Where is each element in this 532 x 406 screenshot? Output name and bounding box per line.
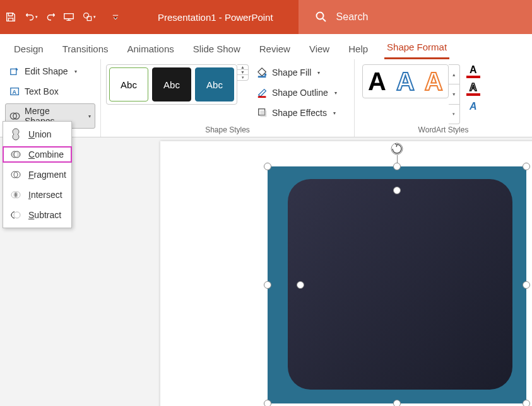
search-icon — [315, 11, 328, 23]
tab-design[interactable]: Design — [11, 37, 46, 59]
resize-handle-sw[interactable] — [264, 400, 271, 406]
redo-button[interactable] — [44, 10, 58, 24]
fragment-icon — [9, 168, 22, 181]
quick-access-toolbar: ▾ ▾ — [0, 10, 126, 24]
scroll-up-icon[interactable]: ▲ — [237, 65, 248, 70]
tab-transitions[interactable]: Transitions — [60, 37, 111, 59]
shape-outline-button[interactable]: Shape Outline ▾ — [252, 84, 341, 101]
tab-view[interactable]: View — [307, 37, 332, 59]
wordart-preset-2[interactable]: A — [396, 69, 415, 94]
undo-button[interactable]: ▾ — [21, 10, 40, 24]
resize-handle-ne[interactable] — [523, 163, 530, 170]
scroll-down-icon[interactable]: ▼ — [237, 70, 248, 75]
group-wordart-styles: A A A ▲ ▼ ▾ A A A WordArt Styles — [355, 59, 532, 137]
expand-gallery-icon[interactable]: ▾ — [449, 105, 459, 124]
inner-resize-handle-w[interactable] — [297, 281, 304, 289]
menu-label: Subtract — [28, 210, 61, 220]
resize-handle-se[interactable] — [523, 400, 530, 406]
menu-item-union[interactable]: Union — [3, 124, 71, 144]
resize-handle-s[interactable] — [393, 400, 401, 406]
tab-animations[interactable]: Animations — [125, 37, 177, 59]
chevron-down-icon: ▾ — [333, 110, 336, 116]
scroll-up-icon[interactable]: ▲ — [449, 65, 459, 84]
union-icon — [9, 128, 22, 141]
resize-handle-e[interactable] — [523, 281, 530, 289]
wordart-preset-1[interactable]: A — [368, 69, 386, 94]
chevron-down-icon: ▾ — [88, 113, 91, 119]
text-box-button[interactable]: A Text Box — [5, 83, 95, 100]
merge-shapes-menu: Union Combine Fragment Intersect Subtrac… — [3, 121, 72, 228]
text-outline-button[interactable]: A — [466, 82, 480, 96]
menu-item-fragment[interactable]: Fragment — [3, 165, 71, 185]
rotate-handle[interactable] — [389, 141, 405, 158]
shape-outline-label: Shape Outline — [272, 88, 328, 98]
wordart-preset-3[interactable]: A — [425, 69, 443, 94]
tab-help[interactable]: Help — [346, 37, 370, 59]
resize-handle-w[interactable] — [264, 281, 271, 289]
ribbon: Edit Shape ▾ A Text Box Merge Shapes ▾ — [0, 59, 532, 137]
expand-gallery-icon[interactable]: ▾ — [237, 75, 248, 80]
insert-shape-qat-icon[interactable]: ▾ — [80, 10, 98, 24]
tab-shape-format[interactable]: Shape Format — [384, 35, 449, 59]
svg-rect-9 — [258, 76, 266, 78]
shape-outline-icon — [257, 87, 268, 98]
search-box[interactable] — [299, 0, 532, 34]
selected-shape-group[interactable] — [268, 166, 526, 403]
ribbon-tabs: Design Transitions Animations Slide Show… — [0, 34, 532, 59]
menu-item-subtract[interactable]: Subtract — [3, 205, 71, 225]
combine-icon — [9, 148, 22, 161]
inner-resize-handle-n[interactable] — [393, 187, 401, 194]
shape-fill-label: Shape Fill — [272, 67, 311, 78]
edit-shape-button[interactable]: Edit Shape ▾ — [5, 63, 95, 79]
svg-text:A: A — [13, 89, 17, 95]
resize-handle-n[interactable] — [393, 163, 401, 170]
wordart-gallery-scroll[interactable]: ▲ ▼ ▾ — [449, 64, 460, 124]
intersect-icon — [9, 188, 22, 201]
menu-item-intersect[interactable]: Intersect — [3, 185, 71, 205]
svg-line-3 — [322, 19, 326, 22]
chevron-down-icon: ▾ — [74, 69, 77, 74]
menu-label: Combine — [28, 149, 64, 160]
scroll-down-icon[interactable]: ▼ — [449, 84, 459, 104]
shape-effects-label: Shape Effects — [272, 108, 327, 118]
merge-shapes-icon — [9, 110, 21, 122]
svg-rect-12 — [260, 110, 266, 117]
customize-qat-icon[interactable] — [109, 10, 122, 24]
chevron-down-icon: ▾ — [317, 70, 320, 76]
shape-effects-button[interactable]: Shape Effects ▾ — [252, 105, 341, 121]
text-fill-button[interactable]: A — [466, 64, 480, 78]
edit-shape-icon — [9, 66, 21, 77]
shape-style-preset-2[interactable]: Abc — [152, 67, 191, 102]
shape-styles-group-label: Shape Styles — [106, 124, 349, 136]
chevron-down-icon: ▾ — [334, 90, 337, 96]
wordart-gallery: A A A ▲ ▼ ▾ — [360, 62, 463, 124]
svg-point-19 — [14, 212, 20, 218]
group-shape-styles: Abc Abc Abc ▲ ▼ ▾ Shape Fill ▾ — [101, 59, 355, 137]
tab-slide-show[interactable]: Slide Show — [191, 37, 243, 59]
resize-handle-nw[interactable] — [264, 163, 271, 170]
text-box-icon: A — [9, 86, 21, 97]
shape-style-preset-3[interactable]: Abc — [195, 67, 234, 102]
title-bar: ▾ ▾ Presentation1 - PowerPoint — [0, 0, 532, 34]
svg-point-0 — [83, 13, 88, 18]
shape-effects-icon — [257, 107, 268, 119]
gallery-scroll[interactable]: ▲ ▼ ▾ — [237, 64, 249, 81]
tab-review[interactable]: Review — [257, 37, 293, 59]
menu-label: Intersect — [28, 190, 62, 200]
menu-item-combine[interactable]: Combine — [3, 144, 71, 165]
shape-rounded-rectangle[interactable] — [288, 179, 512, 390]
save-icon[interactable] — [4, 10, 18, 24]
shape-fill-button[interactable]: Shape Fill ▾ — [252, 64, 341, 81]
text-effects-button[interactable]: A — [466, 100, 480, 113]
menu-label: Union — [28, 129, 52, 139]
wordart-styles-group-label: WordArt Styles — [360, 124, 527, 136]
shape-style-preset-1[interactable]: Abc — [109, 67, 148, 102]
start-from-beginning-icon[interactable] — [62, 10, 76, 24]
menu-label: Fragment — [28, 170, 66, 180]
subtract-icon — [9, 209, 22, 221]
edit-shape-label: Edit Shape — [25, 66, 68, 76]
svg-rect-4 — [11, 69, 16, 74]
text-box-label: Text Box — [25, 86, 59, 96]
search-input[interactable] — [336, 11, 532, 23]
svg-rect-10 — [258, 96, 266, 98]
